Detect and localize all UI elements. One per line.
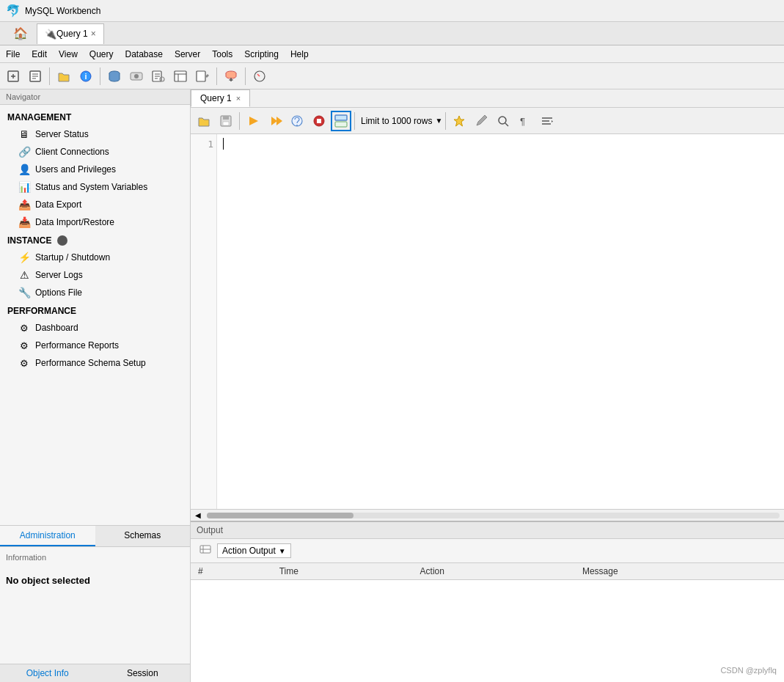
qtb-invisible-chars[interactable]: ¶ — [515, 111, 535, 131]
scroll-left-arrow[interactable]: ◀ — [192, 511, 204, 519]
toolbar-open[interactable] — [54, 66, 74, 87]
menu-view[interactable]: View — [53, 48, 84, 61]
menu-tools[interactable]: Tools — [206, 48, 238, 61]
toolbar-table-data[interactable] — [170, 66, 191, 87]
tab-close-icon[interactable]: × — [91, 29, 96, 39]
tab-bar: 🏠 🔌 Query 1 × — [0, 22, 784, 45]
svg-rect-22 — [335, 115, 347, 120]
qtb-edit-table[interactable] — [471, 111, 491, 131]
instance-tab[interactable]: 🔌 Query 1 × — [37, 23, 104, 44]
toolbar-edit-table[interactable] — [192, 66, 213, 87]
nav-client-connections[interactable]: 🔗 Client Connections — [0, 143, 190, 161]
qtb-execute-all[interactable] — [243, 111, 263, 131]
qtb-execute-selection[interactable] — [265, 111, 285, 131]
col-num: # — [191, 563, 272, 580]
tab-administration[interactable]: Administration — [0, 526, 95, 546]
management-section: MANAGEMENT — [0, 108, 190, 125]
menu-database[interactable]: Database — [120, 48, 169, 61]
nav-performance-reports[interactable]: ⚙ Performance Reports — [0, 337, 190, 354]
svg-text:i: i — [84, 72, 87, 81]
import-icon: 📥 — [18, 216, 31, 229]
menu-scripting[interactable]: Scripting — [238, 48, 285, 61]
toolbar-connect-db[interactable] — [104, 66, 125, 87]
info-header: Information — [6, 553, 184, 562]
home-tab[interactable]: 🏠 — [6, 23, 35, 44]
title-bar: 🐬 MySQL Workbench — [0, 0, 784, 22]
output-header: Output — [191, 522, 784, 539]
action-output-arrow: ▼ — [279, 547, 286, 555]
output-toolbar: Action Output ▼ — [191, 539, 784, 563]
nav-data-export[interactable]: 📤 Data Export — [0, 196, 190, 213]
col-action: Action — [413, 563, 575, 580]
qtb-toggle-results[interactable] — [331, 111, 351, 131]
info-section: Information No object selected — [0, 546, 190, 664]
menu-edit[interactable]: Edit — [26, 48, 53, 61]
perf-reports-icon: ⚙ — [18, 339, 31, 352]
nav-dashboard[interactable]: ⚙ Dashboard — [0, 319, 190, 337]
svg-rect-14 — [223, 122, 229, 125]
options-icon: 🔧 — [18, 286, 31, 299]
scroll-thumb[interactable] — [207, 513, 353, 518]
nav-options-file[interactable]: 🔧 Options File — [0, 284, 190, 301]
toolbar-create-schema[interactable] — [221, 66, 241, 87]
logs-icon: ⚠ — [18, 268, 31, 282]
svg-rect-23 — [335, 122, 347, 127]
limit-dropdown[interactable]: Limit to 1000 rows ▼ — [361, 116, 442, 126]
nav-data-import[interactable]: 📥 Data Import/Restore — [0, 213, 190, 231]
svg-rect-21 — [317, 119, 321, 123]
svg-point-6 — [134, 74, 139, 78]
toolbar-info[interactable]: i — [76, 66, 96, 87]
menu-query[interactable]: Query — [84, 48, 120, 61]
horizontal-scrollbar[interactable]: ◀ — [191, 509, 784, 521]
content-area: Query 1 × — [191, 89, 784, 682]
bottom-tabs: Object Info Session — [0, 664, 190, 682]
nav-server-status[interactable]: 🖥 Server Status — [0, 125, 190, 143]
menu-file[interactable]: File — [0, 48, 26, 61]
sql-editor[interactable]: 1 — [191, 134, 784, 509]
dashboard-icon: ⚙ — [18, 321, 31, 334]
nav-users-privileges[interactable]: 👤 Users and Privileges — [0, 161, 190, 178]
tab-schemas[interactable]: Schemas — [95, 526, 191, 546]
svg-marker-15 — [249, 117, 258, 125]
nav-performance-schema[interactable]: ⚙ Performance Schema Setup — [0, 354, 190, 372]
toolbar-new-query[interactable] — [25, 66, 45, 87]
qtb-search[interactable] — [493, 111, 513, 131]
qtb-open[interactable] — [194, 111, 214, 131]
output-section: Output Action Output ▼ # Time — [191, 521, 784, 682]
toolbar-new-schema[interactable] — [3, 66, 23, 87]
status-icon: 📊 — [18, 180, 31, 194]
nav-status-variables[interactable]: 📊 Status and System Variables — [0, 178, 190, 196]
svg-marker-17 — [276, 117, 282, 125]
app-icon: 🐬 — [6, 4, 21, 18]
nav-server-logs[interactable]: ⚠ Server Logs — [0, 266, 190, 284]
svg-rect-13 — [223, 116, 229, 120]
nav-startup-shutdown[interactable]: ⚡ Startup / Shutdown — [0, 249, 190, 266]
toolbar-schema-inspector[interactable] — [148, 66, 169, 87]
query-tab[interactable]: Query 1 × — [191, 89, 250, 107]
action-output-label: Action Output — [222, 546, 276, 556]
col-message: Message — [575, 563, 784, 580]
scroll-track[interactable] — [207, 513, 780, 518]
navigator-header: Navigator — [0, 89, 190, 105]
query-tab-label: Query 1 — [200, 93, 232, 103]
query-tab-close[interactable]: × — [236, 94, 241, 103]
qtb-save[interactable] — [216, 111, 236, 131]
menu-help[interactable]: Help — [285, 48, 315, 61]
menu-server[interactable]: Server — [169, 48, 206, 61]
tab-session[interactable]: Session — [95, 664, 191, 682]
tab-label: Query 1 — [56, 29, 88, 39]
tab-object-info[interactable]: Object Info — [0, 664, 95, 682]
app-title: MySQL Workbench — [25, 6, 100, 16]
editor-content[interactable] — [217, 134, 784, 509]
startup-icon: ⚡ — [18, 251, 31, 264]
export-icon: 📤 — [18, 198, 31, 211]
limit-label: Limit to 1000 rows — [361, 116, 432, 126]
toolbar-performance[interactable] — [249, 66, 270, 87]
qtb-word-wrap[interactable] — [537, 111, 557, 131]
qtb-bookmark[interactable] — [449, 111, 469, 131]
qtb-explain[interactable] — [287, 111, 307, 131]
qtb-stop[interactable] — [309, 111, 329, 131]
toolbar-manage-conn[interactable] — [126, 66, 147, 87]
svg-rect-9 — [175, 71, 186, 81]
action-output-dropdown[interactable]: Action Output ▼ — [217, 543, 291, 558]
